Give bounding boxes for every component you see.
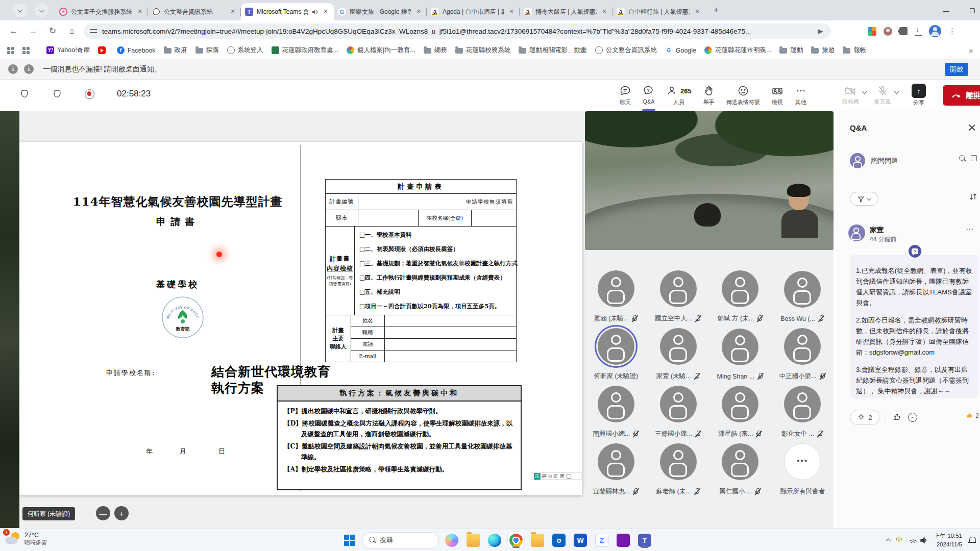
bookmark-folder[interactable]: 總務 <box>424 46 447 55</box>
taskbar-app-file-explorer[interactable] <box>464 532 482 548</box>
reactions-button[interactable]: 傳送表情符號 <box>721 85 766 106</box>
network-volume-icons[interactable] <box>909 536 928 544</box>
site-info-icon[interactable] <box>90 28 97 34</box>
tab-close-icon[interactable]: × <box>229 8 237 16</box>
search-icon[interactable] <box>959 155 966 162</box>
tab-close-icon[interactable]: × <box>507 8 516 16</box>
annotation-tool[interactable]: 鋼 <box>542 473 547 480</box>
people-button[interactable]: 265 人員 <box>660 85 697 106</box>
more-button[interactable]: 其他 <box>789 85 813 106</box>
qa-message-menu-icon[interactable]: ⋯ <box>966 224 974 234</box>
camera-button[interactable]: 照相機 <box>837 85 864 106</box>
popout-icon[interactable] <box>971 155 977 161</box>
browser-tab[interactable]: 公文電子交換服務系統× <box>55 3 148 20</box>
bookmark-folder[interactable]: 花蓮縣校務系統 <box>455 46 511 55</box>
apps-grid-icon[interactable] <box>22 47 30 54</box>
tab-close-icon[interactable]: × <box>322 8 330 16</box>
leave-button[interactable]: 離開 <box>943 85 980 106</box>
participant-tile[interactable]: 彰化女中 ... <box>771 382 834 439</box>
bookmark-item[interactable]: Yahoo!奇摩 <box>46 46 90 55</box>
hidden-icons-chevron-icon[interactable] <box>886 538 891 543</box>
bookmark-folder[interactable]: 運動相關電影、動畫 <box>519 46 587 55</box>
tab-scroll-left-button[interactable] <box>13 4 27 17</box>
qa-close-icon[interactable] <box>968 123 976 132</box>
share-url-icon[interactable] <box>817 27 825 35</box>
bookmarks-overflow-button[interactable]: » <box>969 46 973 55</box>
tab-close-icon[interactable]: × <box>693 8 701 16</box>
bookmark-item[interactable]: Facebook <box>117 46 156 54</box>
participant-tile[interactable]: Ming Shan ... <box>709 324 772 382</box>
participant-tile[interactable]: 雅涵 (未驗... <box>585 266 647 324</box>
window-restore-button[interactable] <box>970 8 975 13</box>
bookmark-item[interactable]: 系統登入 <box>227 46 263 55</box>
taskbar-app-outlook[interactable]: o <box>550 532 568 548</box>
show-all-participants-tile[interactable]: •••顯示所有與會者 <box>771 439 834 497</box>
annotation-toolbar[interactable]: 注 鋼 ⅓ 正 圖 <box>532 472 581 480</box>
tab-close-icon[interactable]: × <box>414 8 423 16</box>
extension-icon[interactable] <box>868 27 876 36</box>
participant-tile[interactable]: 郁斌 方 (未... <box>709 266 772 324</box>
weather-widget[interactable]: 1 27°C晴時多雲 <box>5 531 47 546</box>
window-minimize-button[interactable] <box>943 11 949 12</box>
participant-tile[interactable]: 宜蘭縣林惠... <box>585 439 647 497</box>
tab-close-icon[interactable]: × <box>600 8 608 16</box>
apps-grid-icon[interactable] <box>7 47 14 54</box>
taskbar-clock[interactable]: 上午 10:512024/11/5 <box>934 532 962 548</box>
share-button[interactable]: ↑ 分享 <box>905 84 932 107</box>
url-text[interactable]: teams.microsoft.com/v2/?meetingjoin=true… <box>102 28 812 35</box>
spotlight-video-feed[interactable] <box>585 111 834 250</box>
extensions-puzzle-icon[interactable] <box>899 27 908 35</box>
participant-tile[interactable]: 蘇老師 (未... <box>647 439 709 497</box>
participant-tile[interactable]: 南興國小總... <box>585 382 647 439</box>
annotation-tool[interactable]: 正 <box>554 473 558 480</box>
bookmark-folder[interactable]: 採購 <box>195 46 219 55</box>
annotation-tool[interactable]: 注 <box>534 473 541 480</box>
taskbar-app-chrome-active[interactable] <box>507 532 525 548</box>
browser-tab[interactable]: 台中輕行旅 | 人氣優惠及套餐 -× <box>612 3 705 20</box>
browser-tab-active[interactable]: Microsoft Teams 會議 | Mic × <box>241 3 334 20</box>
new-tab-button[interactable]: + <box>710 5 722 16</box>
annotation-tool[interactable]: 圖 <box>560 473 565 480</box>
start-button[interactable] <box>341 532 358 548</box>
browser-tab[interactable]: Agoda | 台中市酒店 | 最佳價格× <box>427 3 520 20</box>
participant-tile[interactable]: 中正國小梁... <box>771 324 834 382</box>
participant-tile[interactable]: Bess Wu (... <box>771 266 834 324</box>
like-button[interactable] <box>892 413 902 422</box>
downloads-icon[interactable] <box>915 28 922 35</box>
raise-hand-button[interactable]: 舉手 <box>697 85 721 106</box>
like-count-badge[interactable]: 2 <box>966 412 979 420</box>
view-button[interactable]: 檢視 <box>766 85 789 106</box>
comment-icon[interactable]: ﹦ <box>908 413 917 422</box>
browser-menu-icon[interactable]: ⋮ <box>948 27 956 36</box>
taskbar-app-teams-active[interactable]: T <box>636 532 653 548</box>
forward-button[interactable]: → <box>27 24 40 38</box>
back-button[interactable]: ← <box>7 24 20 38</box>
browser-tab[interactable]: 園樂文旅 - Google 搜尋× <box>334 3 427 20</box>
tab-search-button[interactable] <box>35 4 48 17</box>
annotation-grid-icon[interactable] <box>567 474 571 479</box>
enable-notifications-button[interactable]: 開啟 <box>945 63 968 76</box>
browser-tab[interactable]: 公文整合資訊系統× <box>148 3 241 20</box>
bookmark-folder[interactable]: 政府 <box>164 46 187 55</box>
bookmark-item[interactable]: Google <box>665 46 696 54</box>
sort-icon[interactable] <box>969 193 978 201</box>
refresh-button[interactable]: ↻ <box>46 24 59 38</box>
bookmark-item[interactable]: 公文整合資訊系統 <box>595 46 657 55</box>
participant-tile[interactable]: 家萱 (未驗... <box>647 324 709 382</box>
chat-button[interactable]: 聊天 <box>614 85 637 106</box>
browser-profile-avatar[interactable] <box>929 25 941 37</box>
bookmark-folder[interactable]: 運動 <box>779 46 803 55</box>
filter-button[interactable] <box>850 192 878 206</box>
taskbar-app-folder[interactable] <box>529 532 546 548</box>
bookmark-item[interactable]: 花蓮縣政府教育處... <box>272 46 338 55</box>
bookmark-item[interactable]: 花蓮縣花蓮市明義... <box>704 46 771 55</box>
address-bar[interactable]: teams.microsoft.com/v2/?meetingjoin=true… <box>84 23 831 39</box>
taskbar-app-word[interactable]: W <box>572 532 589 548</box>
participant-tile-active-speaker[interactable]: 何昕家 (未驗證) <box>585 324 647 382</box>
annotation-tool[interactable]: ⅓ <box>548 473 552 479</box>
participant-tile[interactable]: 陳星皓 (來... <box>709 382 772 439</box>
notification-bell-icon[interactable] <box>968 536 976 544</box>
qa-button[interactable]: ? Q&A <box>637 85 660 106</box>
bookmark-folder[interactable]: 旅遊 <box>811 46 835 55</box>
participant-tile[interactable]: 興仁國小 ... <box>709 439 772 497</box>
